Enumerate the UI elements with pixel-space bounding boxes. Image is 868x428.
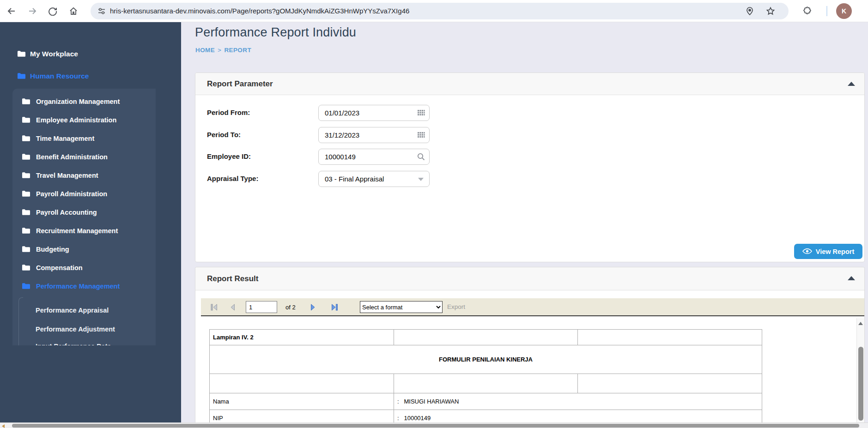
scroll-left-arrow-icon[interactable] xyxy=(2,424,5,428)
nama-label-cell: Nama xyxy=(210,393,394,410)
appraisal-type-field-wrap: 03 - Final Appraisal xyxy=(318,171,430,187)
folder-icon xyxy=(22,190,30,198)
sidebar-item-label: My Workplace xyxy=(30,50,78,58)
sidebar-item-benefit-administration[interactable]: Benefit Administration xyxy=(12,148,156,166)
period-to-input[interactable] xyxy=(318,127,430,143)
browser-menu-icon[interactable]: ⋮ xyxy=(865,6,868,16)
sidebar-item-compensation[interactable]: Compensation xyxy=(12,259,156,277)
forward-icon[interactable] xyxy=(28,6,37,16)
vertical-scrollbar[interactable] xyxy=(856,318,864,423)
sidebar-item-recruitment-management[interactable]: Recruitment Management xyxy=(12,222,156,240)
last-page-button[interactable] xyxy=(331,304,338,311)
scroll-up-arrow-icon[interactable] xyxy=(858,322,863,325)
appraisal-type-dropdown[interactable]: 03 - Final Appraisal xyxy=(318,171,430,187)
page-title: Performance Report Individu xyxy=(195,25,356,40)
next-page-button[interactable] xyxy=(310,304,316,311)
calendar-icon[interactable] xyxy=(417,109,425,117)
period-from-label: Period From: xyxy=(207,109,250,116)
folder-icon xyxy=(22,264,30,271)
collapse-arrow-icon[interactable] xyxy=(848,276,855,280)
sidebar-item-input-performance-data[interactable]: Input Performance Data xyxy=(12,337,156,345)
sidebar-item-label: Organization Management xyxy=(36,98,120,105)
sidebar-item-label: Human Resource xyxy=(30,72,89,80)
employee-id-field-wrap xyxy=(318,149,430,165)
report-viewer-toolbar: of 2 Select a format Export xyxy=(201,298,864,316)
report-parameter-panel: Report Parameter Period From: Period To: xyxy=(195,72,865,262)
sidebar-item-time-management[interactable]: Time Management xyxy=(12,129,156,148)
sidebar-item-label: Time Management xyxy=(36,135,94,142)
address-bar[interactable]: hris-kertasnusantara-dev.minovais.com/Pa… xyxy=(91,3,789,19)
view-report-label: View Report xyxy=(816,248,855,255)
horizontal-scrollbar[interactable] xyxy=(0,422,868,428)
appraisal-type-label: Appraisal Type: xyxy=(207,175,258,182)
sidebar-item-label: Payroll Accounting xyxy=(36,209,97,216)
page-number-input[interactable] xyxy=(246,301,277,313)
lampiran-cell: Lampiran IV. 2 xyxy=(210,330,394,345)
sidebar-item-budgeting[interactable]: Budgeting xyxy=(12,240,156,259)
toolbar-divider xyxy=(826,6,827,16)
sidebar-item-performance-adjustment[interactable]: Performance Adjustment xyxy=(12,320,156,338)
report-parameter-header: Report Parameter xyxy=(195,73,864,95)
table-row xyxy=(210,374,762,393)
sidebar-item-performance-management[interactable]: Performance Management xyxy=(12,277,156,295)
period-from-input[interactable] xyxy=(318,105,430,121)
period-to-label: Period To: xyxy=(207,131,241,139)
report-document-table: Lampiran IV. 2 FORMULIR PENILAIAN KINERJ… xyxy=(209,329,762,427)
report-result-header: Report Result xyxy=(195,267,864,290)
view-report-button[interactable]: View Report xyxy=(794,244,862,259)
folder-icon xyxy=(22,153,30,161)
collapse-arrow-icon[interactable] xyxy=(848,82,855,86)
sidebar-item-my-workplace[interactable]: My Workplace xyxy=(0,46,181,62)
breadcrumb-report-link[interactable]: REPORT xyxy=(224,47,251,54)
table-cell-empty xyxy=(578,374,762,393)
chevron-down-icon[interactable] xyxy=(418,178,424,181)
breadcrumb-home-link[interactable]: HOME xyxy=(195,47,215,54)
sidebar-item-travel-management[interactable]: Travel Management xyxy=(12,166,156,185)
breadcrumb-separator: > xyxy=(218,47,221,54)
reload-icon[interactable] xyxy=(48,6,57,16)
sidebar-item-human-resource[interactable]: Human Resource xyxy=(0,68,181,84)
table-row: Lampiran IV. 2 xyxy=(210,330,762,345)
folder-icon xyxy=(22,116,30,124)
sidebar-item-label: Travel Management xyxy=(36,172,98,179)
folder-icon xyxy=(22,227,30,235)
home-icon[interactable] xyxy=(69,6,78,16)
extensions-puzzle-icon[interactable] xyxy=(802,6,812,16)
sidebar-item-label: Benefit Administration xyxy=(36,153,108,161)
table-cell-empty xyxy=(578,330,762,345)
sidebar-item-employee-administration[interactable]: Employee Administration xyxy=(12,111,156,129)
sidebar-item-label: Payroll Administration xyxy=(36,190,107,198)
sidebar-item-organization-management[interactable]: Organization Management xyxy=(12,92,156,111)
folder-icon xyxy=(22,135,30,142)
vertical-scrollbar-thumb[interactable] xyxy=(858,347,863,421)
employee-id-input[interactable] xyxy=(318,149,430,165)
sidebar-item-performance-appraisal[interactable]: Performance Appraisal xyxy=(12,301,156,319)
page-count-label: of 2 xyxy=(285,304,296,311)
export-format-select[interactable]: Select a format xyxy=(360,301,443,313)
folder-open-icon xyxy=(17,72,26,80)
search-icon[interactable] xyxy=(417,152,425,161)
sidebar-item-payroll-administration[interactable]: Payroll Administration xyxy=(12,185,156,203)
export-link[interactable]: Export xyxy=(447,303,465,310)
horizontal-scrollbar-thumb[interactable] xyxy=(12,424,859,428)
folder-open-icon xyxy=(22,283,30,290)
profile-avatar[interactable]: K xyxy=(836,3,852,19)
form-title-cell: FORMULIR PENILAIAN KINERJA xyxy=(210,345,762,374)
sidebar-item-payroll-accounting[interactable]: Payroll Accounting xyxy=(12,203,156,222)
screen: hris-kertasnusantara-dev.minovais.com/Pa… xyxy=(0,0,868,428)
browser-toolbar: hris-kertasnusantara-dev.minovais.com/Pa… xyxy=(0,0,868,22)
bookmark-star-icon[interactable] xyxy=(766,6,775,16)
location-pin-icon[interactable] xyxy=(745,6,754,16)
calendar-icon[interactable] xyxy=(417,131,425,139)
sidebar-item-label: Performance Adjustment xyxy=(36,326,115,333)
back-icon[interactable] xyxy=(7,6,16,16)
sidebar-item-label: Input Performance Data xyxy=(36,343,111,345)
url-text[interactable]: hris-kertasnusantara-dev.minovais.com/Pa… xyxy=(110,7,409,15)
sidebar-submenu-panel: Organization Management Employee Adminis… xyxy=(12,89,156,345)
first-page-button[interactable] xyxy=(211,304,218,311)
site-info-icon[interactable] xyxy=(97,6,106,16)
folder-icon xyxy=(17,50,26,58)
eye-icon xyxy=(802,248,812,254)
previous-page-button[interactable] xyxy=(230,304,235,311)
sidebar-item-label: Compensation xyxy=(36,264,83,271)
